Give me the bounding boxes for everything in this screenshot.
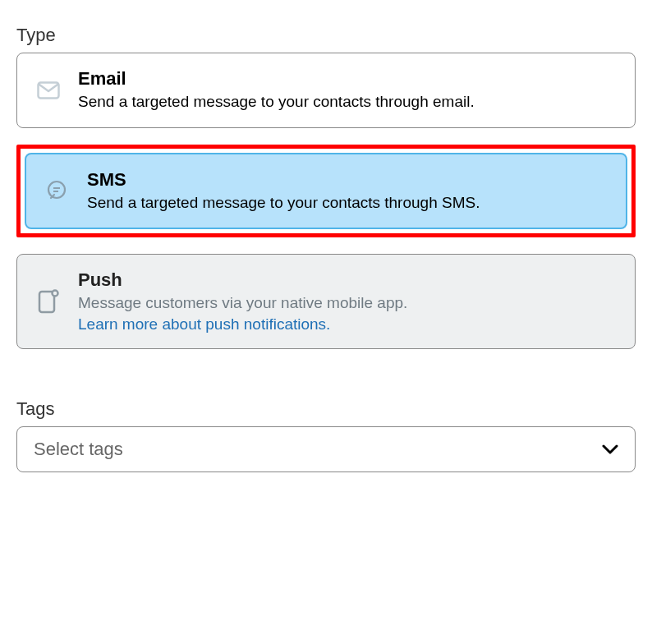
option-desc: Message customers via your native mobile…: [78, 292, 615, 314]
option-title: SMS: [87, 169, 606, 191]
option-desc: Send a targeted message to your contacts…: [78, 91, 615, 113]
option-body: SMS Send a targeted message to your cont…: [87, 169, 606, 214]
type-section: Type Email Send a targeted message to yo…: [16, 25, 636, 349]
tags-section: Tags Select tags: [16, 398, 636, 472]
type-option-email[interactable]: Email Send a targeted message to your co…: [16, 53, 636, 128]
option-title: Email: [78, 68, 615, 90]
tags-placeholder: Select tags: [34, 439, 123, 460]
sms-icon: [46, 180, 87, 201]
option-body: Email Send a targeted message to your co…: [78, 68, 615, 113]
tags-label: Tags: [16, 398, 636, 420]
tags-select[interactable]: Select tags: [16, 426, 636, 472]
option-body: Push Message customers via your native m…: [78, 269, 615, 334]
type-label: Type: [16, 25, 636, 46]
type-options-list: Email Send a targeted message to your co…: [16, 53, 636, 349]
push-learn-more-link[interactable]: Learn more about push notifications.: [78, 315, 330, 334]
svg-point-1: [48, 182, 65, 198]
highlight-box: SMS Send a targeted message to your cont…: [16, 145, 636, 238]
email-icon: [37, 81, 78, 99]
option-desc: Send a targeted message to your contacts…: [87, 192, 606, 214]
type-option-sms[interactable]: SMS Send a targeted message to your cont…: [25, 153, 627, 230]
svg-point-5: [53, 291, 58, 297]
option-title: Push: [78, 269, 615, 291]
chevron-down-icon: [602, 444, 618, 454]
type-option-push[interactable]: Push Message customers via your native m…: [16, 254, 636, 349]
push-icon: [37, 289, 78, 314]
